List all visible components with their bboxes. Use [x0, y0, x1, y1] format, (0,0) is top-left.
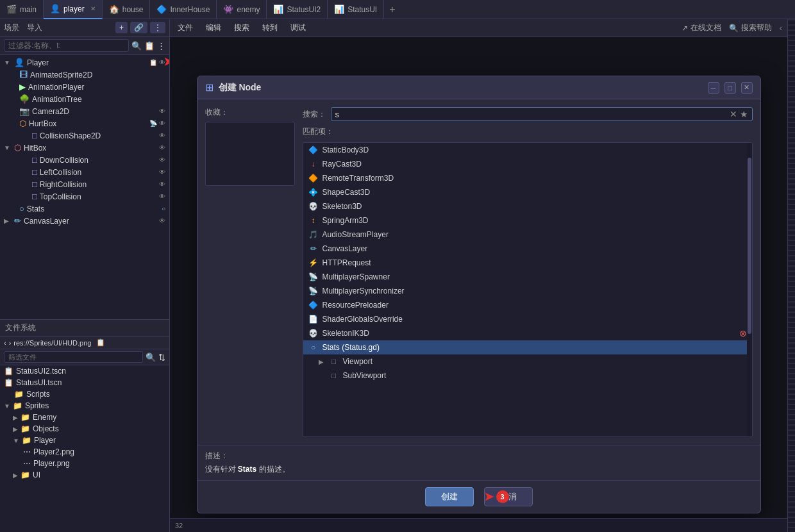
- tab-enemy[interactable]: 👾 enemy: [217, 0, 267, 19]
- file-item-player2png[interactable]: ⋯ Player2.png: [0, 446, 169, 458]
- tab-bar: 🎬 main 👤 player ✕ 🏠 house 🔷 InnerHouse 👾…: [0, 0, 795, 19]
- remotetransform3d-icon: 🔶: [308, 173, 319, 183]
- tab-statusui2[interactable]: 📊 StatusUI2: [267, 0, 328, 19]
- tree-item-downcollision[interactable]: □ DownCollision 👁: [0, 154, 169, 166]
- node-item-resourcepreloader[interactable]: 🔷 ResourcePreloader: [303, 298, 752, 312]
- file-item-statusui[interactable]: 📋 StatusUI.tscn: [0, 377, 169, 388]
- node-search-input[interactable]: [335, 110, 727, 119]
- tree-item-canvaslayer[interactable]: ▶ ✏ CanvasLayer 👁: [0, 215, 169, 227]
- modal-maximize-button[interactable]: □: [724, 82, 736, 94]
- tab-player[interactable]: 👤 player ✕: [44, 0, 103, 19]
- node-item-skeleton3d[interactable]: 💀 Skeleton3D: [303, 199, 752, 213]
- node-item-httprequest[interactable]: ⚡ HTTPRequest: [303, 256, 752, 270]
- scene-label[interactable]: 场景: [4, 22, 19, 33]
- node-item-shaderglobals[interactable]: 📄 ShaderGlobalsOverride: [303, 312, 752, 326]
- node-item-springarm3d[interactable]: ↕ SpringArm3D: [303, 213, 752, 228]
- nav-forward-icon[interactable]: ›: [9, 339, 12, 347]
- import-label[interactable]: 导入: [27, 22, 42, 33]
- search-clear-icon[interactable]: ✕: [730, 109, 737, 119]
- file-item-enemy[interactable]: ▶ 📁 Enemy: [0, 411, 169, 423]
- tree-item-animplayer[interactable]: ▶ AnimationPlayer: [0, 81, 169, 93]
- file-item-ui[interactable]: ▶ 📁 UI: [0, 469, 169, 481]
- modal-minimize-button[interactable]: ─: [708, 82, 719, 94]
- node-item-viewport[interactable]: ▶ □ Viewport: [303, 354, 752, 369]
- node-item-staticbody3d[interactable]: 🔷 StaticBody3D: [303, 143, 752, 157]
- file-item-sprites[interactable]: ▼ 📁 Sprites: [0, 400, 169, 411]
- node-item-skeletonik3d[interactable]: 💀 SkeletonIK3D ⊗: [303, 326, 752, 340]
- tab-innerhouse[interactable]: 🔷 InnerHouse: [150, 0, 217, 19]
- node-list-scrollbar-track[interactable]: [747, 143, 752, 436]
- file-search-bar: 🔍 ⇅: [0, 349, 169, 365]
- modal-close-button[interactable]: ✕: [741, 82, 753, 94]
- node-item-audiostreamplayer[interactable]: 🎵 AudioStreamPlayer: [303, 228, 752, 242]
- tree-item-leftcollision[interactable]: □ LeftCollision 👁: [0, 166, 169, 178]
- tree-item-animsprite[interactable]: 🎞 AnimatedSprite2D: [0, 69, 169, 81]
- tab-player-close[interactable]: ✕: [90, 5, 96, 12]
- tree-item-collisionshape[interactable]: □ CollisionShape2D 👁: [0, 129, 169, 142]
- node-item-shapecast3d[interactable]: 💠 ShapeCast3D: [303, 185, 752, 199]
- tree-item-rightcollision[interactable]: □ RightCollision 👁: [0, 178, 169, 190]
- file-item-objects[interactable]: ▶ 📁 Objects: [0, 423, 169, 435]
- node-item-canvaslayer-modal[interactable]: ✏ CanvasLayer: [303, 242, 752, 256]
- search-favorite-icon[interactable]: ★: [740, 109, 748, 119]
- tree-item-stats[interactable]: ○ Stats ○: [0, 203, 169, 215]
- node-item-stats-modal[interactable]: ○ Stats (Status.gd) ➤ 2: [303, 340, 752, 354]
- skeletonik3d-icon: 💀: [308, 328, 319, 338]
- node-item-remotetransform3d[interactable]: 🔶 RemoteTransform3D: [303, 171, 752, 185]
- desc-label: 描述：: [205, 451, 753, 461]
- multiplayersynchronizer-icon: 📡: [308, 286, 319, 296]
- online-doc-button[interactable]: ↗ 在线文档: [682, 22, 721, 33]
- external-link-icon: ↗: [682, 24, 688, 33]
- file-item-statusui2[interactable]: 📋 StatusUI2.tscn: [0, 365, 169, 377]
- tree-item-topcollision[interactable]: □ TopCollision 👁: [0, 190, 169, 203]
- node-item-multiplayersynchronizer[interactable]: 📡 MultiplayerSynchronizer: [303, 284, 752, 298]
- search-help-button[interactable]: 🔍 搜索帮助: [729, 22, 772, 33]
- nav-back-icon[interactable]: ‹: [4, 339, 6, 347]
- node-item-raycast3d[interactable]: ↓ RayCast3D: [303, 157, 752, 171]
- scene-options-button[interactable]: ⋮: [150, 22, 165, 33]
- menu-edit[interactable]: 编辑: [203, 21, 224, 35]
- expand-arrow-canvas: ▶: [4, 217, 12, 224]
- status-line-number: 32: [175, 522, 183, 529]
- tree-item-camera2d[interactable]: 📷 Camera2D 👁: [0, 105, 169, 117]
- tab-enemy-label: enemy: [237, 5, 260, 14]
- tab-house[interactable]: 🏠 house: [103, 0, 151, 19]
- tab-add-button[interactable]: +: [384, 4, 400, 15]
- file-item-player-folder[interactable]: ▼ 📁 Player: [0, 435, 169, 446]
- skeletonik3d-error-icon[interactable]: ⊗: [739, 328, 747, 338]
- left-panel: 场景 导入 + 🔗 ⋮ 🔍 📋 ⋮ ▼ 👤 Player 📋 👁: [0, 19, 170, 532]
- raycast3d-icon: ↓: [308, 159, 319, 169]
- file-sort-icon[interactable]: ⇅: [158, 353, 165, 362]
- viewport-name: Viewport: [343, 357, 747, 366]
- httprequest-name: HTTPRequest: [322, 258, 747, 267]
- tab-player-icon: 👤: [50, 4, 60, 13]
- scene-filter-input[interactable]: [4, 39, 129, 52]
- create-button[interactable]: 创建: [425, 487, 474, 506]
- add-node-button[interactable]: +: [115, 22, 128, 33]
- node-item-multiplayerspawner[interactable]: 📡 MultiplayerSpawner: [303, 270, 752, 284]
- tab-statusui[interactable]: 📊 StatusUI: [328, 0, 384, 19]
- player2png-name: Player2.png: [33, 447, 74, 456]
- file-filter-input[interactable]: [4, 351, 143, 363]
- file-item-scripts[interactable]: 📁 Scripts: [0, 388, 169, 400]
- tree-item-hurtbox[interactable]: ⬡ HurtBox 📡 👁: [0, 117, 169, 129]
- menu-search[interactable]: 搜索: [231, 21, 252, 35]
- panel-toggle-icon[interactable]: ‹: [780, 23, 782, 33]
- file-tree: 📋 StatusUI2.tscn 📋 StatusUI.tscn 📁 Scrip…: [0, 365, 169, 532]
- tree-item-animtree[interactable]: 🌳 AnimationTree: [0, 93, 169, 105]
- center-area: 文件 编辑 搜索 转到 调试 ↗ 在线文档 🔍 搜索帮助 ‹: [170, 19, 787, 532]
- subviewport-name: SubViewport: [343, 371, 747, 380]
- menu-file[interactable]: 文件: [175, 21, 196, 35]
- tree-item-player[interactable]: ▼ 👤 Player 📋 👁 ➤ 1: [0, 56, 169, 69]
- menu-debug[interactable]: 调试: [288, 21, 308, 35]
- link-node-button[interactable]: 🔗: [130, 22, 147, 33]
- menu-goto[interactable]: 转到: [260, 21, 280, 35]
- camera2d-vis: 👁: [159, 108, 165, 115]
- file-path-copy-icon[interactable]: 📋: [96, 338, 105, 347]
- tree-item-hitbox[interactable]: ▼ ⬡ HitBox 👁: [0, 142, 169, 154]
- node-item-subviewport[interactable]: □ SubViewport: [303, 369, 752, 383]
- search-help-label: 搜索帮助: [741, 22, 772, 33]
- tab-main[interactable]: 🎬 main: [0, 0, 44, 19]
- file-item-playerpng[interactable]: ⋯ Player.png: [0, 458, 169, 469]
- cancel-button[interactable]: 取消: [484, 487, 533, 506]
